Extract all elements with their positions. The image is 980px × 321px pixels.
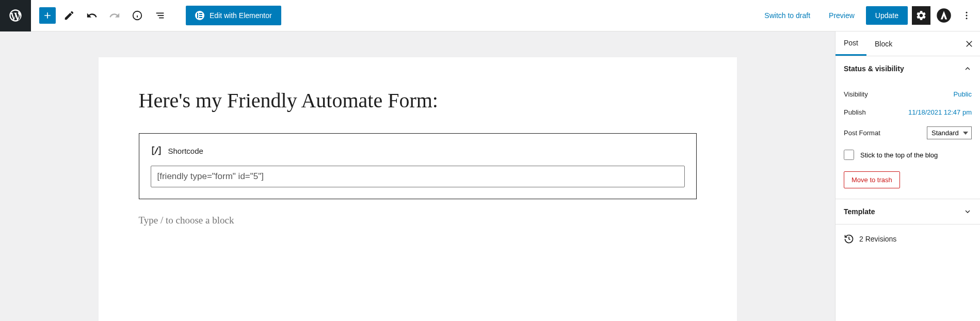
svg-line-14 [155,148,158,154]
editor-column: Here's my Friendly Automate Form: Shortc… [0,31,835,321]
svg-rect-6 [197,13,198,18]
shortcode-header: Shortcode [151,145,685,156]
publish-row: Publish 11/18/2021 12:47 pm [844,103,972,121]
svg-point-12 [966,15,968,17]
toolbar-right: Switch to draft Preview Update [757,6,980,25]
settings-sidebar: Post Block Status & visibility Visibilit… [835,31,980,321]
sticky-checkbox-row[interactable]: Stick to the top of the blog [844,145,972,165]
visibility-label: Visibility [844,90,868,98]
panel-template-header[interactable]: Template [836,199,980,224]
editor-top-bar: Edit with Elementor Switch to draft Prev… [0,0,980,31]
elementor-icon [195,11,204,20]
undo-icon[interactable] [83,6,101,25]
elementor-label: Edit with Elementor [210,11,272,20]
svg-rect-9 [199,17,202,18]
move-to-trash-button[interactable]: Move to trash [844,171,900,188]
more-options-button[interactable] [957,6,976,25]
shortcode-input[interactable] [151,166,685,187]
edit-icon[interactable] [60,6,78,25]
redo-icon[interactable] [105,6,124,25]
revisions-label: 2 Revisions [859,235,896,243]
block-appender[interactable]: Type / to choose a block [139,215,697,226]
astra-button[interactable] [935,6,953,25]
toolbar-left: Edit with Elementor [31,6,281,25]
preview-button[interactable]: Preview [822,6,862,25]
revisions-row[interactable]: 2 Revisions [836,224,980,253]
post-format-select[interactable]: Standard [927,126,972,139]
switch-to-draft-button[interactable]: Switch to draft [757,6,817,25]
panel-title: Status & visibility [844,65,904,73]
shortcode-block[interactable]: Shortcode [139,133,697,199]
add-block-button[interactable] [39,7,56,24]
shortcode-label: Shortcode [168,147,203,155]
post-title[interactable]: Here's my Friendly Automate Form: [139,88,697,113]
chevron-down-icon [963,207,972,216]
info-icon[interactable] [128,6,147,25]
panel-title: Template [844,207,875,216]
svg-point-13 [966,18,968,19]
edit-with-elementor-button[interactable]: Edit with Elementor [186,6,281,25]
list-view-icon[interactable] [151,6,169,25]
revisions-icon [844,234,854,244]
svg-rect-7 [199,13,202,14]
visibility-value[interactable]: Public [954,90,972,98]
close-sidebar-button[interactable] [965,39,974,49]
publish-value[interactable]: 11/18/2021 12:47 pm [908,108,972,116]
sticky-checkbox[interactable] [844,150,854,160]
svg-point-11 [966,12,968,13]
chevron-up-icon [963,65,972,73]
settings-button[interactable] [912,6,930,25]
publish-label: Publish [844,108,866,116]
panel-status-visibility-header[interactable]: Status & visibility [836,56,980,81]
svg-rect-8 [199,15,202,16]
editor-canvas: Here's my Friendly Automate Form: Shortc… [99,57,737,321]
visibility-row: Visibility Public [844,85,972,103]
shortcode-icon [151,145,162,156]
main-area: Here's my Friendly Automate Form: Shortc… [0,31,980,321]
panel-status-body: Visibility Public Publish 11/18/2021 12:… [836,81,980,199]
post-format-label: Post Format [844,129,880,137]
sticky-label: Stick to the top of the blog [860,151,938,159]
panel-status-visibility: Status & visibility Visibility Public Pu… [836,56,980,199]
post-format-row: Post Format Standard [844,121,972,145]
sidebar-tabs: Post Block [836,31,980,56]
tab-post[interactable]: Post [836,31,866,56]
update-button[interactable]: Update [866,6,908,25]
panel-template: Template [836,199,980,224]
wordpress-logo[interactable] [0,0,31,31]
tab-block[interactable]: Block [866,33,901,55]
